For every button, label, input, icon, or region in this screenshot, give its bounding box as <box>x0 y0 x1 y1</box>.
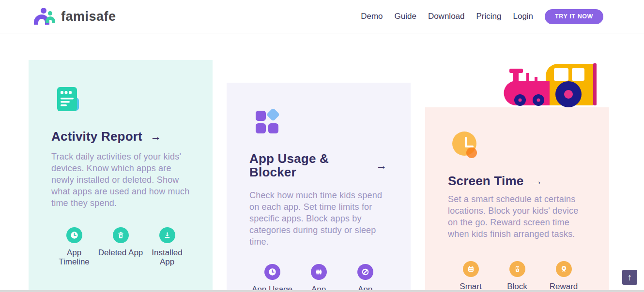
feature-reward: Reward <box>541 261 586 291</box>
nav-link-demo[interactable]: Demo <box>361 12 383 21</box>
train-illustration <box>503 62 597 107</box>
main-nav: Demo Guide Download Pricing Login TRY IT… <box>361 9 603 24</box>
trash-icon <box>113 227 129 243</box>
card-app-usage-blocker[interactable]: App Usage & Blocker → Check how much tim… <box>227 83 411 292</box>
header: famisafe Demo Guide Download Pricing Log… <box>0 0 644 33</box>
download-icon <box>159 227 175 243</box>
card-title: Screen Time <box>448 174 523 188</box>
feature-label: App Timeline <box>51 248 97 266</box>
feature-label: Installed App <box>144 248 190 266</box>
card-description: Track daily activities of your kids' dev… <box>51 151 190 209</box>
feature-app-timeline: App Timeline <box>51 227 97 266</box>
famisafe-logo-icon <box>33 7 55 26</box>
feature-smart-schedule: Smart <box>448 261 493 291</box>
feature-list: App Usage App App <box>249 264 388 292</box>
clock-icon <box>264 264 280 280</box>
feature-list: App Timeline Deleted App Installed App <box>51 227 190 266</box>
arrow-right-icon[interactable]: → <box>531 175 542 188</box>
feature-app-usage: App Usage <box>249 264 295 292</box>
feature-deleted-app: Deleted App <box>98 227 143 266</box>
brand-logo[interactable]: famisafe <box>33 7 116 26</box>
keypad-icon <box>311 264 327 280</box>
card-description: Check how much time kids spend on each a… <box>249 190 388 248</box>
scroll-to-top-button[interactable]: ↑ <box>622 270 637 285</box>
phone-block-icon <box>509 261 525 277</box>
feature-app-block: App <box>342 264 388 292</box>
calendar-icon <box>463 261 479 277</box>
arrow-right-icon[interactable]: → <box>376 159 387 172</box>
feature-app-keypad: App <box>296 264 341 292</box>
clock-icon <box>66 227 82 243</box>
nav-link-login[interactable]: Login <box>513 12 533 21</box>
screen-time-clock-icon <box>451 131 478 160</box>
arrow-up-icon: ↑ <box>628 272 632 283</box>
page-bottom-divider <box>0 290 644 292</box>
card-title: App Usage & Blocker <box>249 152 329 179</box>
try-it-now-button[interactable]: TRY IT NOW <box>545 9 603 24</box>
medal-icon <box>556 261 572 277</box>
nav-link-guide[interactable]: Guide <box>395 12 416 21</box>
card-description: Set a smart schedule at certains locatio… <box>448 193 586 240</box>
nav-link-pricing[interactable]: Pricing <box>476 12 502 21</box>
brand-name: famisafe <box>61 9 116 24</box>
nav-link-download[interactable]: Download <box>428 12 465 21</box>
block-icon <box>357 264 373 280</box>
feature-list: Smart Block Reward <box>448 261 586 291</box>
report-icon <box>57 86 79 112</box>
feature-installed-app: Installed App <box>144 227 190 266</box>
app-blocks-icon <box>255 109 279 133</box>
feature-block-device: Block <box>494 261 540 291</box>
card-screen-time[interactable]: Screen Time → Set a smart schedule at ce… <box>425 107 609 292</box>
arrow-right-icon[interactable]: → <box>150 130 161 143</box>
feature-label: Deleted App <box>98 248 143 257</box>
card-activity-report[interactable]: Activity Report → Track daily activities… <box>29 60 213 292</box>
card-title: Activity Report <box>51 130 142 143</box>
